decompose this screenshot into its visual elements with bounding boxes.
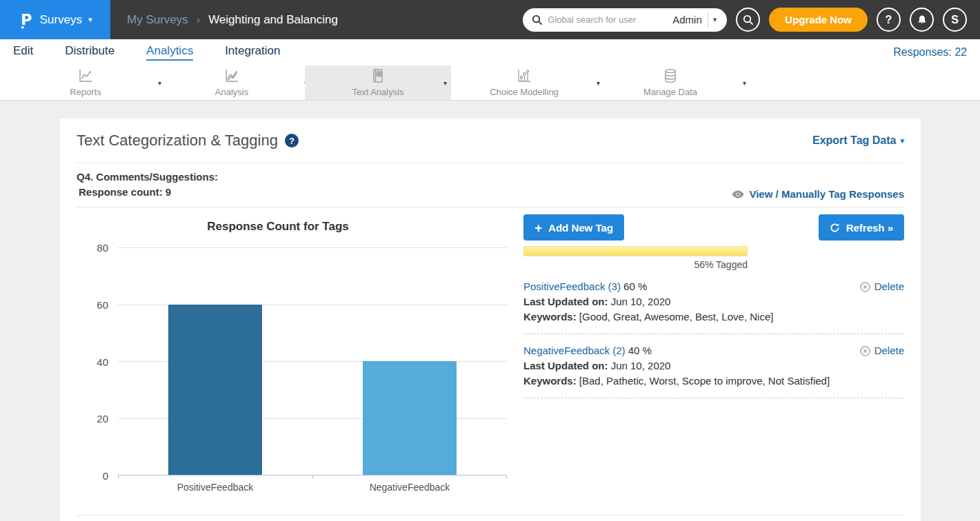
export-tag-data-dropdown[interactable]: Export Tag Data ▾ [812,134,904,147]
svg-text:P: P [21,11,32,28]
response-count-chart: Response Count for Tags 80 60 40 20 0 [77,214,507,493]
y-tick-label: 20 [97,413,108,425]
add-new-tag-label: Add New Tag [548,222,613,234]
module-label: Manage Data [643,87,697,97]
bar-positivefeedback[interactable] [168,305,262,476]
tag-panel: + Add New Tag Refresh » 56% Tagged Posit… [507,214,904,493]
search-icon [531,14,543,25]
question-block: Q4. Comments/Suggestions: Response count… [60,163,921,207]
question-mark-icon: ? [886,14,892,26]
module-text-analysis[interactable]: Text Analysis ▾ [305,65,451,100]
search-scope-chevron-icon[interactable]: ▾ [708,15,722,24]
module-label: Reports [70,87,101,97]
upgrade-now-button[interactable]: Upgrade Now [769,8,868,32]
module-manage-data[interactable]: Manage Data ▾ [597,65,743,100]
survey-section-nav: Edit Distribute Analytics Integration Re… [0,39,980,65]
divider [77,515,904,515]
plus-icon: + [534,221,542,234]
chart-title: Response Count for Tags [77,220,479,234]
tab-edit[interactable]: Edit [13,44,33,61]
refresh-button[interactable]: Refresh » [819,214,904,241]
x-axis-tick [312,475,313,479]
add-new-tag-button[interactable]: + Add New Tag [523,214,624,241]
response-count-label: Response count: 9 [77,185,218,200]
y-tick-label: 60 [97,298,108,310]
export-tag-data-label: Export Tag Data [812,134,897,147]
header-actions: Admin ▾ Upgrade Now ? S [523,8,980,32]
notifications-button[interactable] [910,8,934,32]
y-tick-label: 40 [97,356,108,367]
chevron-down-icon[interactable]: ▾ [443,79,447,87]
tagged-percent-label: 56% Tagged [523,259,748,270]
product-switcher[interactable]: P Surveys ▾ [0,0,110,39]
circled-x-icon [860,282,870,292]
bell-icon [917,14,928,25]
x-axis-tick [118,475,119,479]
text-categorization-card: Text Categorization & Tagging ? Export T… [60,119,921,521]
product-label: Surveys [40,13,82,27]
tag-row: NegativeFeedback (2) 40 % Last Updated o… [523,343,904,398]
global-search-box: Admin ▾ [523,8,727,32]
keywords-value: [Bad, Pathetic, Worst, Scope to improve,… [579,375,830,387]
help-button[interactable]: ? [877,8,901,32]
chart-plot-area [118,247,507,476]
top-header: P Surveys ▾ My Surveys › Weighting and B… [0,0,980,39]
chart-y-axis: 80 60 40 20 0 [77,247,118,476]
tab-analytics[interactable]: Analytics [146,44,193,61]
view-manually-tag-link[interactable]: View / Manually Tag Responses [732,188,904,200]
tab-integration[interactable]: Integration [225,44,280,61]
database-icon [662,68,679,86]
tag-percent: 60 % [623,280,647,292]
search-scope-label[interactable]: Admin [670,14,708,25]
refresh-icon [830,223,840,233]
user-avatar[interactable]: S [943,8,967,32]
analytics-module-bar: Reports ▾ Analysis ▾ Text A [0,65,980,101]
x-category-label: PositiveFeedback [118,482,312,493]
card-header: Text Categorization & Tagging ? Export T… [60,119,921,163]
module-label: Analysis [215,87,248,97]
refresh-label: Refresh » [846,222,893,234]
y-tick-label: 0 [103,470,108,482]
eye-icon [732,190,744,198]
last-updated-value: Jun 10, 2020 [611,360,671,371]
global-search-input[interactable] [548,14,670,25]
tab-distribute[interactable]: Distribute [65,44,114,61]
module-choice-modelling[interactable]: Choice Modelling ▾ [451,65,597,100]
delete-label: Delete [874,279,904,294]
view-manually-tag-label: View / Manually Tag Responses [749,188,904,200]
breadcrumb-my-surveys[interactable]: My Surveys [127,13,188,27]
last-updated-value: Jun 10, 2020 [611,296,671,307]
tag-row: PositiveFeedback (3) 60 % Last Updated o… [523,279,904,334]
module-reports[interactable]: Reports ▾ [12,65,159,100]
breadcrumb-chevron-icon: › [197,14,200,26]
questionpro-logo-icon: P [19,10,34,30]
breadcrumb: My Surveys › Weighting and Balancing [127,13,338,27]
tagged-progress-bar [523,246,748,256]
page-title: Text Categorization & Tagging ? [77,132,299,150]
chevron-down-icon: ▾ [900,136,904,145]
delete-tag-button[interactable]: Delete [860,279,904,294]
delete-tag-button[interactable]: Delete [860,343,904,358]
x-axis-tick [506,475,507,479]
tag-name-link[interactable]: PositiveFeedback (3) [523,280,621,292]
responses-count[interactable]: Responses: 22 [893,46,967,59]
chevron-down-icon: ▾ [88,15,92,24]
line-chart-icon [77,68,94,86]
card-content: Response Count for Tags 80 60 40 20 0 [60,207,921,493]
tag-name-link[interactable]: NegativeFeedback (2) [523,345,626,356]
avatar-initial: S [951,14,959,26]
x-category-label: NegativeFeedback [312,482,507,493]
trend-chart-icon [223,68,240,86]
header-search-button[interactable] [736,8,760,32]
y-tick-label: 80 [97,242,108,254]
module-analysis[interactable]: Analysis ▾ [159,65,305,100]
bar-negativefeedback[interactable] [363,361,457,475]
chevron-down-icon[interactable]: ▾ [743,79,746,87]
question-label: Q4. Comments/Suggestions: [77,170,218,185]
tagged-progress-fill [524,247,747,256]
delete-label: Delete [874,343,904,358]
text-grid-icon [370,68,386,86]
tag-percent: 40 % [628,345,652,356]
scatter-chart-icon [516,68,532,86]
help-icon[interactable]: ? [285,134,299,147]
